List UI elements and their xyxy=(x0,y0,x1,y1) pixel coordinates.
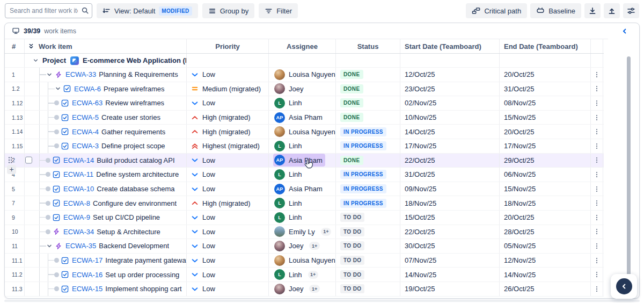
start-date-cell[interactable]: 22/Oct/25 xyxy=(400,225,500,239)
table-row[interactable]: 7 ECWA-8 Configure dev environment High … xyxy=(5,196,604,211)
row-checkbox[interactable] xyxy=(25,157,32,164)
row-actions-button[interactable] xyxy=(591,268,603,282)
work-item-cell[interactable]: ECWA-8 Configure dev environment xyxy=(25,196,187,210)
work-item-cell[interactable]: ECWA-10 Create database schema xyxy=(25,182,187,196)
status-cell[interactable]: TO DO xyxy=(336,282,400,296)
work-item-cell[interactable]: ECWA-34 Setup & Architecture xyxy=(25,225,187,239)
search-input[interactable] xyxy=(5,3,92,18)
work-item-cell[interactable]: ECWA-3 Define project scope xyxy=(25,139,187,153)
status-cell[interactable]: IN PROGRESS xyxy=(336,139,400,153)
issue-key-link[interactable]: ECWA-8 xyxy=(63,199,90,207)
row-actions-button[interactable] xyxy=(591,139,603,153)
end-date-cell[interactable]: 08/Nov/25 xyxy=(500,96,591,110)
status-cell[interactable]: TO DO xyxy=(336,254,400,268)
issue-key-link[interactable]: ECWA-15 xyxy=(72,285,103,293)
status-cell[interactable]: DONE xyxy=(336,154,400,168)
table-row[interactable]: 1.12 ECWA-63 Review wireframes Low LLinh… xyxy=(5,96,604,111)
work-item-cell[interactable]: ECWA-5 Create user stories xyxy=(25,111,187,125)
assignee-cell[interactable]: LLinh xyxy=(269,168,336,182)
status-cell[interactable]: DONE xyxy=(336,68,400,82)
status-cell[interactable]: TO DO xyxy=(336,211,400,225)
end-date-cell[interactable]: 20/Oct/25 xyxy=(500,125,591,139)
collapse-all-icon[interactable] xyxy=(27,42,35,50)
end-date-cell[interactable]: 18/Nov/25 xyxy=(500,196,591,210)
row-actions-button[interactable] xyxy=(591,211,603,225)
table-row[interactable]: 10 ECWA-34 Setup & Architecture Low Emil… xyxy=(5,225,604,240)
assignee-cell[interactable]: APAsia Pham xyxy=(269,182,336,196)
priority-cell[interactable]: Low xyxy=(187,182,269,196)
start-date-cell[interactable]: 10/Nov/25 xyxy=(400,111,500,125)
chevron-down-icon[interactable] xyxy=(32,57,39,64)
assignee-cell[interactable]: Louisa Nguyen xyxy=(269,68,336,82)
priority-cell[interactable]: Low xyxy=(187,225,269,239)
priority-cell[interactable]: Low xyxy=(187,282,269,296)
status-cell[interactable]: TO DO xyxy=(336,268,400,282)
issue-key-link[interactable]: ECWA-63 xyxy=(72,99,103,107)
assignee-cell[interactable]: Joey1+ xyxy=(269,239,336,253)
start-date-cell[interactable]: 18/Nov/25 xyxy=(400,196,500,210)
group-by-button[interactable]: Group by xyxy=(202,3,254,18)
row-actions-button[interactable] xyxy=(591,168,603,182)
assignee-cell[interactable]: Joey xyxy=(269,82,336,96)
start-date-cell[interactable]: 23/Oct/25 xyxy=(400,82,500,96)
end-date-cell[interactable]: 20/Oct/25 xyxy=(500,68,591,82)
status-cell[interactable]: DONE xyxy=(336,82,400,96)
filter-button[interactable]: Filter xyxy=(259,3,298,18)
issue-key-link[interactable]: ECWA-4 xyxy=(72,128,99,136)
table-row[interactable]: 11 ECWA-35 Backend Development Low Joey1… xyxy=(5,239,604,254)
end-date-cell[interactable]: 29/Oct/25 xyxy=(500,154,591,168)
work-item-cell[interactable]: ECWA-11 Define system architecture xyxy=(25,168,187,182)
assignee-cell[interactable]: Joey1+ xyxy=(269,282,336,296)
start-date-cell[interactable]: 14/Oct/25 xyxy=(400,125,500,139)
priority-cell[interactable]: Medium (migrated) xyxy=(187,82,269,96)
table-row[interactable]: 11.2 ECWA-16 Set up order processing Low… xyxy=(5,268,604,282)
priority-cell[interactable]: Low xyxy=(187,211,269,225)
column-header-status[interactable]: Status xyxy=(336,39,400,53)
row-actions-button[interactable] xyxy=(591,239,603,253)
table-row[interactable]: 1.14 ECWA-4 Gather requirements High (mi… xyxy=(5,125,604,139)
assignee-cell[interactable]: LLinh xyxy=(269,211,336,225)
column-header-priority[interactable]: Priority xyxy=(187,39,269,53)
end-date-cell[interactable]: 15/Nov/25 xyxy=(500,182,591,196)
work-item-cell[interactable]: ECWA-15 Implement shopping cart xyxy=(25,282,187,296)
work-item-cell[interactable]: ECWA-33 Planning & Requirements xyxy=(25,68,187,82)
table-row[interactable]: 1 ECWA-33 Planning & Requirements Low Lo… xyxy=(5,68,604,82)
expand-sidebar-button[interactable] xyxy=(616,278,632,294)
start-date-cell[interactable]: 12/Oct/25 xyxy=(400,68,500,82)
start-date-cell[interactable]: 17/Nov/25 xyxy=(400,139,500,153)
baseline-button[interactable]: Baseline xyxy=(530,3,581,18)
priority-cell[interactable]: High (migrated) xyxy=(187,111,269,125)
add-row-button[interactable]: + xyxy=(7,165,16,174)
start-date-cell[interactable]: 15/Oct/25 xyxy=(400,211,500,225)
assignee-cell[interactable]: LLinh1+ xyxy=(269,268,336,282)
table-row[interactable]: 11.3 ECWA-15 Implement shopping cart Low… xyxy=(5,282,604,297)
assignee-cell[interactable]: Louisa Nguyen1+ xyxy=(269,254,336,268)
work-item-cell[interactable]: ECWA-63 Review wireframes xyxy=(25,96,187,110)
table-row[interactable]: 5 ECWA-10 Create database schema Low APA… xyxy=(5,182,604,197)
start-date-cell[interactable]: 07/Nov/25 xyxy=(400,254,500,268)
start-date-cell[interactable]: 30/Oct/25 xyxy=(400,239,500,253)
upload-button[interactable] xyxy=(604,3,620,18)
assignee-cell[interactable]: LLinh xyxy=(269,139,336,153)
horizontal-scrollbar[interactable] xyxy=(4,300,640,302)
status-cell[interactable]: DONE xyxy=(336,111,400,125)
row-actions-button[interactable] xyxy=(591,182,603,196)
end-date-cell[interactable]: 06/Nov/25 xyxy=(500,168,591,182)
collapse-panel-button[interactable] xyxy=(621,27,628,37)
table-row[interactable]: 4 ECWA-11 Define system architecture Low… xyxy=(5,168,604,182)
table-row[interactable]: 9 ECWA-9 Set up CI/CD pipeline Low LLinh… xyxy=(5,211,604,225)
row-actions-button[interactable] xyxy=(591,82,603,96)
status-cell[interactable]: DONE xyxy=(336,96,400,110)
priority-cell[interactable]: Low xyxy=(187,168,269,182)
row-actions-button[interactable] xyxy=(591,125,603,139)
critical-path-button[interactable]: Critical path xyxy=(466,3,527,18)
start-date-cell[interactable]: 09/Nov/25 xyxy=(400,182,500,196)
end-date-cell[interactable]: 17/Nov/25 xyxy=(500,139,591,153)
work-item-cell[interactable]: ECWA-35 Backend Development xyxy=(25,239,187,253)
row-actions-button[interactable] xyxy=(591,196,603,210)
priority-cell[interactable]: Low xyxy=(187,96,269,110)
row-actions-button[interactable] xyxy=(591,68,603,82)
table-row[interactable]: 1.15 ECWA-3 Define project scope Highest… xyxy=(5,139,604,154)
end-date-cell[interactable]: 20/Oct/25 xyxy=(500,211,591,225)
column-header-end-date[interactable]: End Date (Teamboard) xyxy=(500,39,591,53)
